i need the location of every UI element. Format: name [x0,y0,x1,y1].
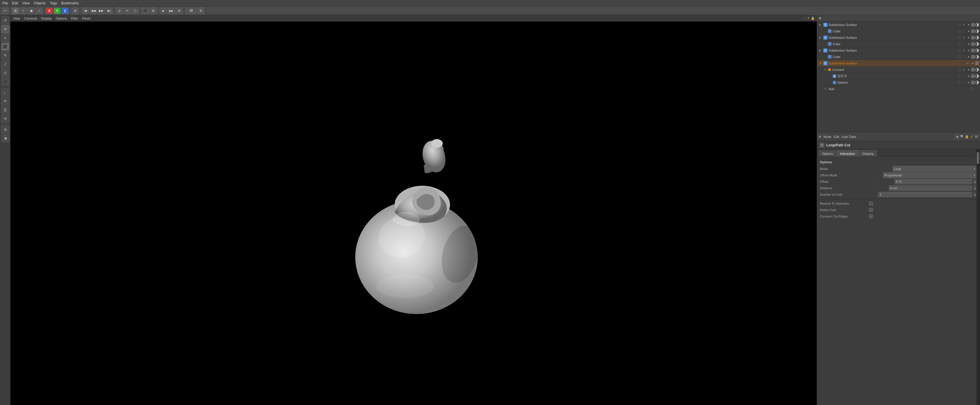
viewport-menu-display[interactable]: Display [40,17,52,20]
mode-dropdown[interactable]: Loop ▼ [892,166,977,172]
offset-mode-control[interactable]: Proportional ▼ [883,172,977,178]
null-check-icon[interactable]: · [975,87,979,91]
cube-palette-btn[interactable]: ◻ [1,69,10,77]
viewport-expand-icon[interactable]: ⤢ [803,16,806,20]
tab-interaction[interactable]: Interaction [837,150,858,157]
menu-file[interactable]: File [2,1,8,5]
viewport-menu-options[interactable]: Options [55,17,68,20]
viewport-lock-icon[interactable]: 🔒 [811,16,815,20]
coord-button[interactable]: ⊞ [72,8,79,14]
menu-objects[interactable]: Objects [34,1,46,5]
scene-item-person[interactable]: ▶ ▲ 정은귀 ⬛ · ● [817,73,980,79]
num-cuts-control[interactable]: 1 ▲ [878,192,977,197]
subdiv2-check-icon[interactable]: ✓ [962,36,966,40]
display-number-button[interactable]: 10 [186,8,196,14]
cube1-check-icon[interactable]: · [962,29,966,33]
x-axis-button[interactable]: X [46,8,53,14]
scene-item-subdiv1[interactable]: ▶ ◫ Subdivision Surface ⬛ ✓ ● [817,22,980,28]
expand-arrow-2[interactable]: ▶ [819,36,822,39]
move-tool-button[interactable]: + [20,8,27,14]
next-frame-button[interactable]: ▶| [106,8,113,14]
checkerboard-palette-btn[interactable]: ⬛ [1,43,10,51]
undo-button[interactable]: ↩ [2,8,9,14]
offset-mode-dropdown[interactable]: Proportional ▼ [883,172,977,178]
maximize-icon[interactable]: ⤢ [969,135,974,139]
restrict-selection-checkbox[interactable] [869,202,873,206]
magnet-palette-btn[interactable]: S [1,106,10,114]
scene-item-cube1[interactable]: ▶ Cube ⬛ · ● [817,28,980,34]
attr-menu-mode[interactable]: Mode [823,135,832,138]
tab-options[interactable]: Options [819,150,836,157]
attr-scrollbar-thumb[interactable] [977,152,979,164]
camera-button[interactable]: ⬛ [142,8,149,14]
scene-item-connect[interactable]: ▼ Connect ⬛ ✓ ● [817,67,980,73]
distance-control[interactable]: 0 cm ▲ [889,186,977,191]
layers-palette-btn[interactable]: ≡ [1,34,10,42]
prev-frame-button[interactable]: |◀ [82,8,89,14]
render-button[interactable]: ▶ [160,8,167,14]
move-palette-btn[interactable]: ✛ [1,25,10,33]
pen-palette-btn[interactable]: ✎ [1,51,10,59]
subdiv1-check-icon[interactable]: ✓ [962,23,966,27]
cube2-check-icon[interactable]: · [962,42,966,46]
select-cuts-checkbox[interactable] [869,208,873,212]
knife-palette-btn[interactable]: ∟ [1,88,10,97]
attr-scrollbar[interactable] [977,149,980,405]
subdiv4-check-icon[interactable]: ✓ [966,61,970,65]
offset-control[interactable]: 0 % ▲ [894,179,977,184]
lasso-button[interactable]: ◎ [116,8,123,14]
viewport-menu-cameras[interactable]: Cameras [23,17,38,20]
extras-button[interactable]: ☰ [197,8,204,14]
lock-icon[interactable]: 🔒 [965,135,969,139]
menu-view[interactable]: View [22,1,30,5]
offset-input[interactable]: 0 % [894,179,972,184]
cube3d-palette-btn[interactable]: ⬛ [1,78,10,86]
scene-item-sphere[interactable]: ▶ Sphere ⬛ · ● [817,79,980,86]
expand-arrow-1[interactable]: ▶ [819,23,822,26]
scene-item-subdiv2[interactable]: ▶ ◫ Subdivision Surface ⬛ ✓ ● [817,34,980,41]
menu-edit[interactable]: Edit [12,1,18,5]
viewport-canvas[interactable] [11,22,817,405]
attr-menu-edit[interactable]: Edit [834,135,839,138]
split-icon[interactable]: ⊟ [974,135,978,139]
menu-tags[interactable]: Tags [50,1,57,5]
viewport-menu-filter[interactable]: Filter [70,17,79,20]
nav-back-button[interactable]: ◀ [955,134,959,140]
scene-item-cube2[interactable]: ▶ Cube ⬛ · ● [817,41,980,47]
subdiv3-check-icon[interactable]: ✓ [962,48,966,52]
grid-button[interactable]: ⊞ [150,8,157,14]
play-fwd-button[interactable]: ▶▶ [98,8,105,14]
slide-palette-btn[interactable]: ⟳ [1,97,10,105]
scene-item-subdiv4[interactable]: ▼ ◫ Subdivision Surface ⬛ ✓ ● [817,60,980,67]
sculpt2-palette-btn[interactable]: ◑ [1,134,10,142]
scene-item-null[interactable]: ▶ ⊙ Null ⬛ · [817,86,980,92]
viewport-menu-panel[interactable]: Panel [81,17,91,20]
z-axis-button[interactable]: Z [62,8,68,14]
expand-arrow-4[interactable]: ▼ [819,62,822,65]
person-check-icon[interactable]: · [962,74,966,78]
expand-arrow-connect[interactable]: ▼ [824,68,827,71]
sphere-check-icon[interactable]: · [962,81,966,84]
y-axis-button[interactable]: Y [54,8,60,14]
cursor-palette-btn[interactable]: ↺ [1,16,10,24]
distance-input[interactable]: 0 cm [889,186,972,191]
viewport[interactable]: View Cameras Display Options Filter Pane… [11,15,817,405]
mode-control[interactable]: Loop ▼ [892,166,977,172]
render-options-button[interactable]: ⚙ [176,8,183,14]
smooth-palette-btn[interactable]: ⟲ [1,114,10,123]
connect-check-icon[interactable]: ✓ [962,68,966,72]
search-icon[interactable]: 🔍 [960,135,964,139]
poly-button[interactable]: ⬡ [132,8,138,14]
cube3-check-icon[interactable]: · [962,55,966,59]
pen-button[interactable]: ✏ [124,8,130,14]
transform-palette-btn[interactable]: ⤢ [1,60,10,68]
viewport-move-icon[interactable]: ⬆ [807,16,810,20]
cursor-tool-button[interactable]: ⊕ [12,8,19,14]
menu-bookmarks[interactable]: Bookmarks [61,1,79,5]
scene-item-cube3[interactable]: ▶ Cube ⬛ · ● [817,54,980,60]
render-all-button[interactable]: ▶▶ [168,8,175,14]
rotate-tool-button[interactable]: ○ [36,8,43,14]
play-back-button[interactable]: ◀◀ [90,8,97,14]
attr-menu-userdata[interactable]: User Data [842,135,856,138]
sculpt1-palette-btn[interactable]: ◎ [1,125,10,133]
